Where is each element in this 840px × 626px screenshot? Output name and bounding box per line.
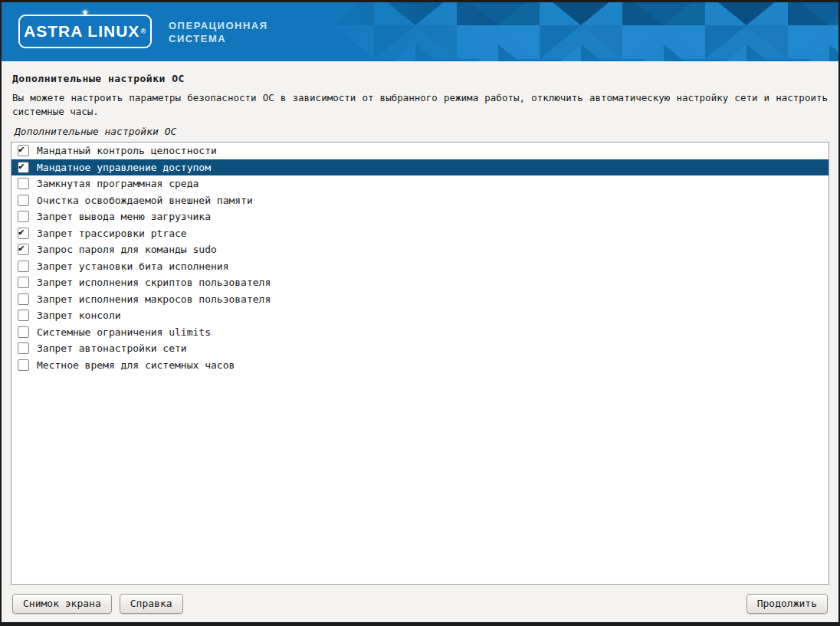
option-label: Запрет автонастройки сети (37, 342, 187, 354)
page-content: Дополнительные настройки ОС Вы можете на… (2, 61, 838, 622)
product-name-line1: ОПЕРАЦИОННАЯ (169, 19, 268, 32)
list-item[interactable]: Запрет консоли (11, 307, 829, 324)
checkbox-icon[interactable] (18, 310, 29, 321)
astra-linux-logo: ★ ASTRA LINUX® (18, 15, 152, 48)
checkbox-icon[interactable] (18, 261, 29, 272)
option-label: Запрет консоли (37, 310, 121, 321)
list-item[interactable]: Запрос пароля для команды sudo (11, 241, 829, 258)
option-label: Мандатный контроль целостности (37, 145, 217, 156)
installer-window: ★ ASTRA LINUX® ОПЕРАЦИОННАЯ СИСТЕМА Допо… (0, 0, 840, 626)
option-label: Запрет вывода меню загрузчика (37, 211, 211, 222)
continue-button[interactable]: Продолжить (746, 594, 828, 614)
screenshot-button[interactable]: Снимок экрана (12, 594, 112, 614)
help-button[interactable]: Справка (120, 594, 183, 614)
checkbox-icon[interactable] (18, 277, 29, 288)
checkbox-icon[interactable] (18, 359, 29, 371)
options-list: Мандатный контроль целостности Мандатное… (11, 142, 829, 585)
option-label: Запрет установки бита исполнения (37, 261, 228, 272)
checkbox-icon[interactable] (18, 342, 29, 354)
option-label: Системные ограничения ulimits (37, 326, 211, 338)
checkbox-icon[interactable] (18, 195, 29, 206)
option-label: Запрет исполнения макросов пользователя (37, 293, 271, 305)
product-name-line2: СИСТЕМА (169, 32, 268, 45)
list-item[interactable]: Запрет исполнения макросов пользователя (11, 291, 829, 308)
options-list-label: Дополнительные настройки ОС (15, 126, 825, 137)
product-name: ОПЕРАЦИОННАЯ СИСТЕМА (169, 19, 268, 45)
option-label: Замкнутая программная среда (37, 178, 199, 189)
option-label: Запрос пароля для команды sudo (37, 244, 217, 255)
checkbox-icon[interactable] (18, 145, 29, 156)
footer-bar: Снимок экрана Справка Продолжить (2, 585, 838, 622)
checkbox-icon[interactable] (18, 178, 29, 189)
star-icon: ★ (81, 6, 88, 18)
option-label: Запрет исполнения скриптов пользователя (37, 277, 271, 288)
list-item[interactable]: Мандатное управление доступом (11, 159, 829, 176)
list-item[interactable]: Замкнутая программная среда (11, 175, 829, 192)
registered-mark: ® (140, 28, 146, 35)
checkbox-icon[interactable] (18, 211, 29, 222)
checkbox-icon[interactable] (18, 244, 29, 255)
list-item[interactable]: Местное время для системных часов (11, 357, 829, 374)
installer-header: ★ ASTRA LINUX® ОПЕРАЦИОННАЯ СИСТЕМА (2, 2, 838, 61)
list-item[interactable]: Запрет вывода меню загрузчика (11, 208, 829, 225)
option-label: Очистка освобождаемой внешней памяти (37, 195, 253, 206)
list-item[interactable]: Мандатный контроль целостности (11, 143, 829, 159)
list-item[interactable]: Системные ограничения ulimits (11, 324, 829, 341)
list-item[interactable]: Запрет трассировки ptrace (11, 225, 829, 242)
list-item[interactable]: Запрет исполнения скриптов пользователя (11, 274, 829, 291)
checkbox-icon[interactable] (18, 293, 29, 305)
checkbox-icon[interactable] (18, 162, 29, 173)
checkbox-icon[interactable] (18, 326, 29, 338)
checkbox-icon[interactable] (18, 228, 29, 239)
list-item[interactable]: Очистка освобождаемой внешней памяти (11, 192, 829, 209)
option-label: Запрет трассировки ptrace (37, 228, 187, 239)
option-label: Местное время для системных часов (37, 359, 235, 371)
list-item[interactable]: Запрет установки бита исполнения (11, 258, 829, 275)
option-label: Мандатное управление доступом (37, 162, 211, 173)
list-item[interactable]: Запрет автонастройки сети (11, 340, 829, 357)
page-description: Вы можете настроить параметры безопаснос… (12, 91, 828, 119)
logo-text: ASTRA LINUX (24, 22, 139, 41)
page-title: Дополнительные настройки ОС (12, 73, 828, 84)
